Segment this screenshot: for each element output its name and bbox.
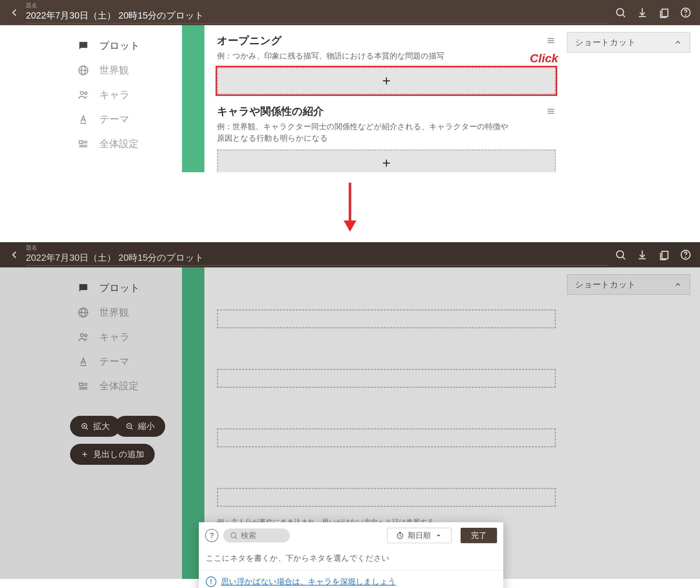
info-row[interactable]: ! 思い浮かばない場合は、キャラを深堀しましょう — [199, 570, 503, 588]
sidebar-item-plot[interactable]: プロット — [77, 276, 182, 300]
section-chara-intro: キャラや関係性の紹介 例：世界観、キャラクター同士の関係性などが紹介される、キャ… — [217, 104, 556, 172]
shortcut-dropdown[interactable]: ショートカット — [567, 32, 690, 52]
chevron-up-icon — [674, 38, 682, 47]
info-link[interactable]: 思い浮かばない場合は、キャラを深堀しましょう — [221, 576, 396, 587]
sidebar-item-label: プロット — [99, 281, 140, 295]
sidebar: プロット 世界観 キャラ テーマ 全体設定 — [0, 25, 182, 172]
topbar: 題名 2022年7月30日（土） 20時15分のプロット — [0, 242, 700, 267]
svg-point-39 — [80, 334, 84, 337]
help-icon[interactable] — [680, 249, 692, 261]
title-label: 題名 — [26, 244, 609, 252]
sidebar-item-label: 全体設定 — [99, 379, 139, 393]
topbar-actions — [615, 249, 692, 261]
plus-icon — [380, 157, 392, 169]
chat-icon — [77, 282, 90, 294]
svg-line-53 — [131, 428, 133, 430]
download-icon[interactable] — [636, 249, 648, 261]
svg-rect-43 — [79, 383, 83, 386]
sidebar-item-world[interactable]: 世界観 — [77, 58, 182, 83]
svg-line-49 — [86, 428, 88, 430]
sidebar-item-settings[interactable]: 全体設定 — [77, 374, 182, 398]
sidebar-item-label: プロット — [99, 39, 140, 52]
shortcut-label: ショートカット — [575, 279, 636, 290]
help-icon[interactable]: ? — [205, 529, 218, 542]
title-block[interactable]: 題名 2022年7月30日（土） 20時15分のプロット — [26, 244, 609, 266]
svg-rect-13 — [79, 141, 83, 144]
search-icon — [230, 531, 238, 540]
svg-rect-33 — [662, 251, 668, 259]
library-icon[interactable] — [658, 249, 670, 261]
sidebar-item-chara[interactable]: キャラ — [77, 325, 182, 349]
app-frame-after: 題名 2022年7月30日（土） 20時15分のプロット プロット 世界観 キャ… — [0, 242, 700, 579]
info-icon: ! — [206, 576, 216, 587]
right-column: ショートカット — [567, 25, 700, 172]
search-icon[interactable] — [615, 249, 626, 261]
reorder-icon[interactable] — [546, 106, 556, 118]
globe-icon — [77, 64, 90, 77]
sort-button[interactable]: 期日順 — [387, 528, 451, 543]
add-heading-button[interactable]: 見出しの追加 — [70, 444, 155, 465]
ghost-zone — [217, 488, 556, 507]
section-title: キャラや関係性の紹介 — [217, 104, 511, 119]
svg-line-58 — [236, 537, 237, 539]
svg-point-30 — [617, 251, 624, 258]
sidebar-item-label: 世界観 — [99, 306, 129, 319]
sidebar-item-label: テーマ — [99, 113, 130, 126]
done-button[interactable]: 完了 — [461, 528, 497, 543]
app-frame-before: 題名 2022年7月30日（土） 20時15分のプロット プロット 世界観 キャ… — [0, 0, 700, 172]
reorder-icon[interactable] — [546, 36, 556, 47]
add-zone-opening[interactable]: Click — [217, 67, 556, 94]
modal-hint: ここにネタを書くか、下からネタを選んでください — [199, 549, 503, 570]
neta-picker-modal: ? 検索 期日順 完了 ここにネタを書くか、下からネタを選んでください ! 思い… — [199, 522, 503, 588]
search-placeholder: 検索 — [241, 530, 256, 541]
shortcut-dropdown[interactable]: ショートカット — [567, 274, 690, 295]
plus-icon — [80, 450, 89, 458]
title-block[interactable]: 題名 2022年7月30日（土） 20時15分のプロット — [26, 2, 609, 23]
add-zone-chara[interactable] — [217, 149, 556, 172]
svg-point-35 — [685, 257, 686, 257]
settings-icon — [77, 380, 90, 392]
people-icon — [77, 89, 90, 101]
sidebar-item-theme[interactable]: テーマ — [77, 349, 182, 374]
svg-point-0 — [617, 9, 624, 16]
sidebar-item-label: テーマ — [99, 355, 130, 368]
sidebar-item-chara[interactable]: キャラ — [77, 83, 182, 107]
svg-marker-60 — [437, 535, 440, 537]
back-button[interactable] — [8, 7, 20, 19]
shortcut-label: ショートカット — [575, 37, 636, 48]
sidebar: プロット 世界観 キャラ テーマ 全体設定 拡大 — [0, 267, 182, 579]
section-opening: オープニング 例：つかみ、印象に残る描写、物語における本質的な問題の描写 Cli… — [217, 34, 556, 94]
green-strip — [182, 25, 204, 172]
svg-line-31 — [623, 257, 625, 259]
svg-point-5 — [685, 15, 686, 15]
svg-marker-29 — [344, 220, 356, 232]
svg-point-9 — [80, 91, 84, 94]
title-label: 題名 — [26, 2, 609, 9]
chat-icon — [77, 40, 90, 52]
sidebar-item-plot[interactable]: プロット — [77, 34, 182, 58]
svg-point-10 — [85, 92, 87, 94]
sidebar-item-label: 全体設定 — [99, 137, 139, 150]
zoom-in-button[interactable]: 拡大 — [70, 416, 120, 437]
ghost-zone — [217, 369, 556, 388]
search-icon[interactable] — [615, 7, 626, 19]
zoom-out-button[interactable]: 縮小 — [115, 416, 165, 437]
sidebar-item-world[interactable]: 世界観 — [77, 300, 182, 325]
ghost-zone — [217, 428, 556, 447]
sidebar-item-settings[interactable]: 全体設定 — [77, 132, 182, 156]
search-input[interactable]: 検索 — [223, 528, 290, 542]
help-icon[interactable] — [680, 7, 692, 19]
download-icon[interactable] — [636, 7, 648, 19]
click-label: Click — [530, 51, 558, 65]
chevron-up-icon — [674, 280, 682, 289]
arrow-between — [0, 172, 700, 242]
text-format-icon — [77, 355, 90, 368]
caret-down-icon — [434, 531, 443, 540]
sidebar-item-theme[interactable]: テーマ — [77, 107, 182, 132]
back-button[interactable] — [8, 249, 20, 261]
library-icon[interactable] — [658, 7, 670, 19]
zoom-in-icon — [80, 422, 89, 430]
ghost-zone — [217, 309, 556, 328]
right-column: ショートカット — [567, 267, 700, 579]
section-title: オープニング — [217, 34, 444, 48]
